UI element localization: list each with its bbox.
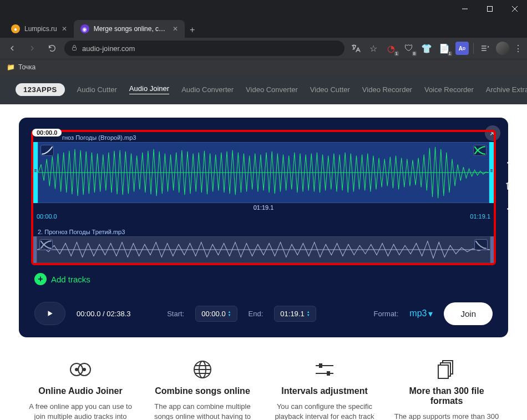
feature-desc: A free online app you can use to join mu… [28, 402, 133, 420]
end-time-input[interactable]: 01:19.1 ▲▼ [274, 306, 316, 322]
feature-desc: The app supports more than 300 audio for… [394, 412, 499, 420]
svg-rect-19 [327, 371, 330, 376]
feature-online-joiner: Online Audio Joiner A free online app yo… [28, 358, 133, 420]
add-tracks-label: Add tracks [51, 275, 90, 284]
format-select[interactable]: mp3 ▾ [409, 308, 433, 319]
extension-icon[interactable]: AD [455, 42, 469, 55]
plus-icon: + [34, 273, 47, 285]
window-maximize[interactable] [477, 0, 502, 18]
nav-archive-extractor[interactable]: Archive Extractor [486, 85, 527, 94]
track-tools [503, 156, 517, 215]
feature-title: Intervals adjustment [272, 386, 377, 396]
extension-icon[interactable]: 🛡8 [402, 42, 415, 55]
profile-avatar[interactable] [496, 42, 509, 55]
delete-icon[interactable] [503, 179, 517, 193]
star-icon[interactable]: ☆ [367, 42, 380, 55]
time-display: 00:00.0 / 02:38.3 [77, 310, 131, 318]
crossfade-icon[interactable] [473, 145, 487, 156]
window-minimize[interactable] [452, 0, 477, 18]
favicon-icon: ◉ [80, 24, 89, 33]
track-1-start: 00:00.0 [37, 213, 57, 220]
crossfade-icon[interactable] [39, 239, 53, 250]
track-1-duration: 01:19.1 [33, 204, 494, 211]
extension-icon[interactable]: ◔1 [384, 42, 398, 55]
chevron-down-icon: ▾ [428, 308, 433, 319]
track-end-handle[interactable] [490, 236, 494, 263]
extension-icon[interactable]: 📄1 [438, 42, 451, 55]
stepper-icon[interactable]: ▲▼ [228, 310, 231, 317]
url-text: audio-joiner.com [82, 44, 135, 53]
svg-rect-4 [73, 47, 77, 50]
format-label: Format: [374, 310, 399, 318]
favicon-icon: ● [11, 24, 20, 33]
bookmark-item[interactable]: Точка [18, 63, 36, 71]
track-1: гноз Погоды (Второй).mp3 [33, 132, 494, 224]
nav-video-recorder[interactable]: Video Recorder [362, 85, 412, 94]
highlight-annotation: 00:00.0 гноз Погоды (Второй).mp3 [31, 130, 496, 265]
tab-close-icon[interactable]: ✕ [62, 25, 67, 33]
reading-list-icon[interactable] [478, 42, 491, 55]
files-icon [394, 358, 499, 381]
features-section: Online Audio Joiner A free online app yo… [0, 348, 527, 420]
url-input[interactable]: audio-joiner.com [64, 41, 344, 56]
feature-formats: More than 300 file formats The app suppo… [394, 358, 499, 420]
nav-video-converter[interactable]: Video Converter [246, 85, 298, 94]
nav-video-cutter[interactable]: Video Cutter [310, 85, 350, 94]
feature-title: Combine songs online [150, 386, 255, 396]
translate-extension-icon[interactable] [349, 42, 362, 55]
move-down-icon[interactable] [503, 201, 517, 215]
site-logo[interactable]: 123APPS [16, 83, 65, 96]
join-button[interactable]: Join [444, 302, 493, 325]
waveform[interactable] [37, 236, 490, 263]
track-2-area[interactable] [33, 236, 494, 263]
nav-voice-recorder[interactable]: Voice Recorder [424, 85, 474, 94]
feature-title: More than 300 file formats [394, 386, 499, 406]
fade-out-icon[interactable] [474, 239, 488, 250]
track-1-title: гноз Погоды (Второй).mp3 [33, 132, 494, 142]
folder-icon: 📁 [7, 63, 15, 71]
svg-rect-1 [487, 7, 492, 12]
add-tracks-button[interactable]: + Add tracks [34, 273, 496, 285]
tab-title: Merge songs online, combine mp... [94, 25, 168, 33]
start-time-input[interactable]: 00:00.0 ▲▼ [195, 306, 237, 322]
player-controls: 00:00.0 / 02:38.3 Start: 00:00.0 ▲▼ End:… [31, 302, 496, 325]
nav-audio-converter[interactable]: Audio Converter [181, 85, 234, 94]
feature-combine-online: Combine songs online The app can combine… [150, 358, 255, 420]
back-button[interactable] [4, 41, 20, 56]
address-bar: audio-joiner.com ☆ ◔1 🛡8 👕 📄1 AD ⋮ [0, 38, 527, 59]
bookmark-bar: 📁 Точка [0, 59, 527, 74]
stepper-icon[interactable]: ▲▼ [307, 310, 310, 317]
extension-icon[interactable]: 👕 [420, 42, 433, 55]
track-1-area[interactable] [33, 142, 494, 203]
page-viewport[interactable]: 123APPS Audio Cutter Audio Joiner Audio … [0, 74, 527, 420]
track-2: 2. Прогноз Погоды Третий.mp3 [33, 226, 494, 263]
tab-title: Lumpics.ru [24, 25, 57, 33]
window-titlebar [0, 0, 527, 18]
tab-lumpics[interactable]: ● Lumpics.ru ✕ [4, 20, 74, 38]
browser-menu-icon[interactable]: ⋮ [514, 43, 523, 54]
sliders-icon [272, 358, 377, 381]
waveform[interactable] [38, 142, 489, 203]
globe-icon [150, 358, 255, 381]
editor-panel: ✕ 00:00.0 гноз Погоды (Второй).mp3 [19, 118, 508, 337]
feature-desc: The app can combine multiple songs onlin… [150, 402, 255, 420]
fade-in-icon[interactable] [40, 145, 54, 156]
reload-button[interactable] [44, 41, 60, 56]
tab-audiojoiner[interactable]: ◉ Merge songs online, combine mp... ✕ [74, 20, 185, 38]
feature-title: Online Audio Joiner [28, 386, 133, 396]
track-end-handle[interactable] [489, 142, 494, 203]
window-close[interactable] [502, 0, 527, 18]
nav-audio-joiner[interactable]: Audio Joiner [129, 84, 169, 94]
rings-icon [28, 358, 133, 381]
svg-point-10 [83, 368, 86, 371]
play-button[interactable] [34, 302, 65, 325]
playhead-time-badge: 00:00.0 [32, 129, 62, 136]
track-1-end: 01:19.1 [470, 213, 490, 220]
new-tab-button[interactable]: + [185, 22, 200, 38]
svg-rect-22 [438, 365, 448, 378]
tab-close-icon[interactable]: ✕ [173, 25, 178, 33]
track-start-handle[interactable] [33, 142, 38, 203]
move-up-icon[interactable] [503, 156, 517, 171]
forward-button [24, 41, 40, 56]
nav-audio-cutter[interactable]: Audio Cutter [77, 85, 117, 94]
